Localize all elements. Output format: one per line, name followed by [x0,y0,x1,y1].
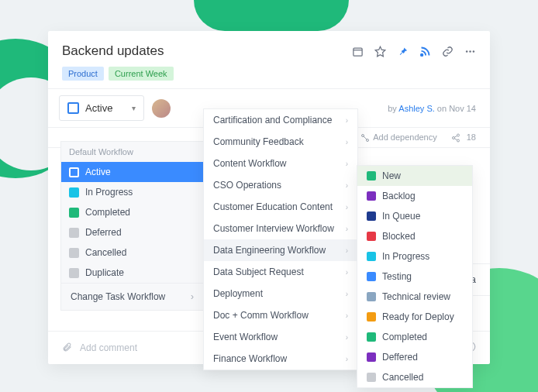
workflow-menu-label: Community Feedback [213,136,304,147]
workflow-menu-item[interactable]: Customer Education Content› [204,196,357,218]
workflow-menu-item[interactable]: Cartification and Compliance› [204,109,357,131]
workflow-status-item[interactable]: In Progress [61,182,203,202]
svg-point-4 [473,50,475,53]
workflow-menu-item[interactable]: Doc + Comm Workflow› [204,304,357,326]
status-menu-label: Deffered [382,352,418,363]
status-picker-menu: NewBacklogIn QueueBlockedIn ProgressTest… [357,165,473,388]
status-swatch [367,332,376,342]
chevron-right-icon: › [346,290,348,298]
status-menu-item[interactable]: In Queue [357,206,472,226]
workflow-status-item[interactable]: Deferred [61,222,203,242]
status-swatch [367,211,376,221]
change-workflow-button[interactable]: Change Task Workflow › [61,283,203,310]
svg-rect-0 [353,48,362,56]
status-menu-item[interactable]: Testing [357,266,472,287]
chevron-right-icon: › [346,160,348,168]
workflow-menu-label: Cartification and Compliance [213,115,332,126]
workflow-menu-item[interactable]: CSO Operations› [204,174,357,196]
status-menu-label: Cancelled [382,372,423,383]
star-icon[interactable] [374,46,386,57]
status-swatch [69,268,79,278]
workflow-panel: Default Workflow ActiveIn ProgressComple… [60,141,204,311]
chevron-right-icon: › [346,246,348,255]
status-menu-label: Blocked [382,231,416,242]
chevron-right-icon: › [346,355,348,363]
status-menu-item[interactable]: Ready for Deploy [357,307,472,327]
status-menu-item[interactable]: New [357,166,472,186]
status-swatch [367,171,376,181]
chevron-right-icon: › [346,311,348,320]
pin-icon[interactable] [397,46,409,57]
svg-point-7 [457,134,459,136]
rss-icon[interactable] [419,46,431,57]
workflow-menu-item[interactable]: Event Workflow› [204,326,357,348]
link-icon[interactable] [442,46,454,57]
svg-point-3 [469,50,471,53]
author-name[interactable]: Ashley S. [398,104,434,113]
workflow-menu-label: Content Workflow [213,158,286,169]
workflow-menu-label: Finance Workflow [213,353,287,364]
status-menu-label: Backlog [382,191,416,201]
status-swatch [367,292,376,301]
tag-current-week[interactable]: Current Week [109,67,174,81]
status-menu-item[interactable]: Backlog [357,186,472,206]
workflow-menu-item[interactable]: Finance Workflow› [204,348,357,370]
chevron-right-icon: › [346,116,348,125]
workflow-status-item[interactable]: Completed [61,202,203,222]
author-avatar[interactable] [152,99,171,118]
status-item-label: Duplicate [85,267,124,278]
share-button[interactable]: 18 [451,132,476,143]
workflow-menu-item[interactable]: Data Subject Request› [204,261,357,283]
status-swatch [367,191,376,201]
status-menu-item[interactable]: Blocked [357,226,472,246]
more-icon[interactable] [464,46,476,57]
workflow-status-item[interactable]: Active [61,162,203,182]
workflow-menu-label: Customer Education Content [213,201,333,212]
chevron-right-icon: › [346,225,348,233]
status-menu-item[interactable]: In Progress [357,246,472,266]
status-menu-item[interactable]: Cancelled [357,367,472,387]
svg-point-2 [466,50,468,53]
status-menu-label: In Queue [382,211,420,222]
workflow-menu-item[interactable]: Community Feedback› [204,131,357,153]
task-title: Backend updates [62,43,164,59]
status-swatch [69,167,79,177]
workflow-menu-item[interactable]: Deployment› [204,283,357,304]
workflow-panel-title: Default Workflow [61,142,203,162]
workflow-menu-label: Doc + Comm Workflow [213,310,309,321]
status-menu-label: Ready for Deploy [382,311,454,322]
byline-prefix: by [388,104,397,113]
status-item-label: Cancelled [85,247,126,258]
workflow-status-item[interactable]: Duplicate [61,263,203,283]
status-menu-item[interactable]: Technical review [357,287,472,307]
workflow-menu-label: CSO Operations [213,180,281,191]
status-menu-item[interactable]: Completed [357,327,472,347]
status-swatch [367,312,376,322]
status-swatch [367,252,376,261]
status-swatch [367,352,376,362]
workflow-menu-item[interactable]: Data Engineering Workflow› [204,239,357,261]
workflow-picker-menu: Cartification and Compliance›Community F… [203,108,358,370]
chevron-right-icon: › [346,203,348,211]
calendar-icon[interactable] [352,46,364,57]
status-swatch [69,228,79,238]
status-menu-label: New [382,170,401,181]
workflow-status-item[interactable]: Cancelled [61,242,203,263]
status-menu-item[interactable]: Deffered [357,347,472,367]
workflow-menu-item[interactable]: Customer Interview Workflow› [204,218,357,239]
svg-point-8 [452,137,454,139]
byline: by Ashley S. on Nov 14 [388,104,490,113]
workflow-menu-label: Customer Interview Workflow [213,223,334,234]
tag-product[interactable]: Product [62,67,104,81]
workflow-menu-label: Data Subject Request [213,266,304,277]
attachment-icon[interactable] [62,342,72,354]
tag-row: Product Current Week [62,67,476,81]
workflow-menu-item[interactable]: Content Workflow› [204,153,357,174]
status-menu-label: Completed [382,332,427,342]
status-item-label: Deferred [85,227,122,238]
status-dropdown[interactable]: Active ▾ [59,95,144,121]
status-swatch [69,187,79,198]
comment-input[interactable]: Add comment [80,342,137,353]
svg-point-9 [457,139,459,142]
add-dependency-button[interactable]: Add dependency [360,132,437,143]
